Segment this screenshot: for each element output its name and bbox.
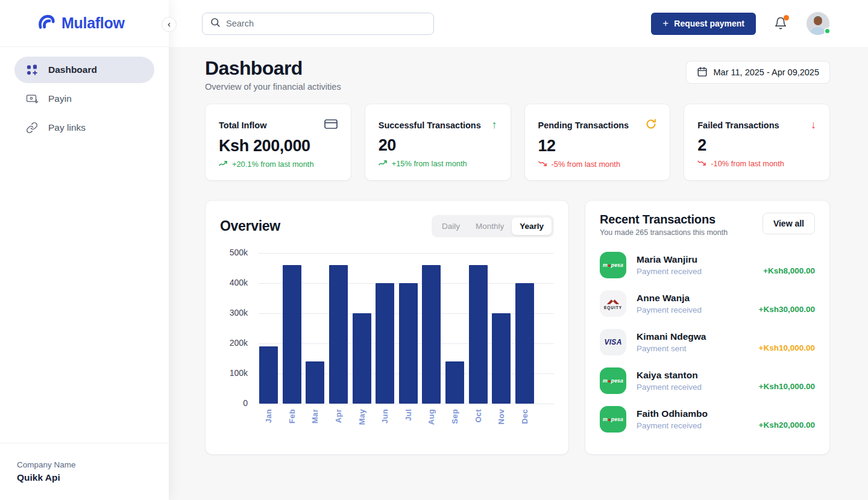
stats-row: Total Inflow Ksh 200,000 +20.1% from las…: [205, 104, 830, 181]
x-tick-label: Mar: [310, 409, 319, 423]
transaction-name: Kimani Ndegwa: [637, 331, 706, 342]
notifications-bell[interactable]: [774, 16, 788, 31]
date-range-text: Mar 11, 2025 - Apr 09,2025: [714, 67, 819, 77]
search-input[interactable]: [226, 19, 426, 28]
stat-value: 20: [379, 136, 497, 155]
credit-card-icon: [324, 119, 338, 132]
transaction-description: Payment received: [637, 383, 702, 392]
bar-mar: [306, 361, 324, 404]
sidebar-collapse-button[interactable]: ‹: [162, 17, 177, 32]
overview-title: Overview: [220, 218, 280, 234]
sidebar-item-pay-links[interactable]: Pay links: [14, 114, 154, 141]
bar-nov: [492, 313, 511, 404]
search-box[interactable]: [202, 13, 434, 35]
trend-down-icon: [538, 160, 547, 169]
mpesa-logo: mpesa: [600, 252, 626, 278]
arrow-up-icon: ↑: [492, 119, 497, 131]
lower-row: Overview DailyMonthlyYearly 500k400k300k…: [205, 200, 830, 455]
transaction-name: Faith Odhiambo: [637, 408, 708, 419]
y-tick-label: 200k: [230, 338, 248, 348]
bar-feb: [283, 265, 301, 404]
mulaflow-swirl-icon: [37, 13, 55, 34]
transaction-amount: +Ksh30,000.00: [759, 294, 815, 314]
stat-change-text: -10% from last month: [711, 159, 784, 168]
sidebar-item-label: Pay links: [48, 122, 86, 133]
transaction-description: Payment sent: [637, 344, 706, 353]
overview-card: Overview DailyMonthlyYearly 500k400k300k…: [205, 200, 569, 455]
calendar-icon: [697, 66, 708, 79]
x-tick-label: Aug: [427, 409, 436, 425]
stat-change-text: -5% from last month: [552, 160, 621, 169]
link-icon: [25, 122, 39, 134]
mpesa-logo: mpesa: [600, 367, 626, 394]
chart-plot-area: JanFebMarAprMayJunJulAugSepOctNovDec: [259, 253, 554, 437]
brand-name: Mulaflow: [61, 14, 125, 32]
date-range-picker[interactable]: Mar 11, 2025 - Apr 09,2025: [686, 61, 830, 84]
stat-change: +15% from last month: [379, 159, 497, 168]
transaction-row[interactable]: mpesa Kaiya stanton Payment received +Ks…: [600, 361, 815, 400]
trend-down-icon: [697, 159, 706, 168]
request-payment-button[interactable]: + Request payment: [651, 13, 756, 35]
plus-icon: +: [662, 17, 668, 30]
sidebar-item-dashboard[interactable]: Dashboard: [14, 57, 154, 83]
app-window: Mulaflow Dashboard Payin Pay links Compa…: [0, 0, 868, 500]
user-avatar[interactable]: [807, 12, 829, 35]
bar-column-sep: Sep: [445, 253, 464, 437]
stat-change-text: +20.1% from last month: [232, 160, 314, 169]
stat-card: Successful Transactions ↑ 20 +15% from l…: [365, 104, 511, 181]
tab-yearly[interactable]: Yearly: [512, 217, 552, 235]
request-payment-label: Request payment: [674, 19, 744, 28]
bar-column-jun: Jun: [376, 253, 394, 437]
x-tick-label: Oct: [474, 409, 483, 423]
transaction-description: Payment received: [637, 267, 702, 276]
bell-icon: [774, 22, 787, 32]
trend-up-icon: [379, 159, 388, 168]
content-header: Dashboard Overview of your financial act…: [205, 57, 830, 92]
transaction-row[interactable]: EQUITY Anne Wanja Payment received +Ksh3…: [600, 284, 815, 323]
transaction-row[interactable]: VISA Kimani Ndegwa Payment sent +Ksh10,0…: [600, 323, 815, 361]
main-area: + Request payment Dashboard Overview of …: [169, 0, 868, 500]
transaction-description: Payment received: [637, 421, 708, 430]
sidebar-footer: Company Name Quikk Api: [0, 443, 169, 500]
stat-value: 2: [697, 136, 816, 155]
x-tick-label: Sep: [450, 409, 459, 424]
stat-card: Failed Transactions ↓ 2 -10% from last m…: [684, 104, 830, 181]
company-name: Quikk Api: [17, 472, 152, 483]
stat-value: 12: [538, 137, 657, 155]
sidebar-item-payin[interactable]: Payin: [14, 86, 154, 112]
topbar: + Request payment: [169, 0, 868, 47]
stat-label: Pending Transactions: [538, 120, 629, 130]
overview-tab-group: DailyMonthlyYearly: [432, 215, 554, 237]
x-tick-label: Jan: [264, 409, 273, 423]
transaction-name: Maria Wanjiru: [637, 254, 702, 265]
sidebar-nav: Dashboard Payin Pay links: [0, 47, 169, 151]
bar-column-mar: Mar: [306, 253, 324, 437]
bar-column-may: May: [353, 253, 371, 437]
dashboard-grid-icon: [25, 64, 39, 76]
brand-logo: Mulaflow: [0, 0, 169, 47]
x-tick-label: Jun: [380, 409, 389, 423]
transaction-name: Anne Wanja: [637, 293, 702, 304]
tab-daily[interactable]: Daily: [434, 217, 468, 235]
bar-may: [353, 313, 371, 404]
bar-apr: [329, 265, 348, 404]
arrow-down-icon: ↓: [811, 119, 816, 131]
tab-monthly[interactable]: Monthly: [468, 217, 512, 235]
trend-up-icon: [219, 160, 228, 169]
equity-logo: EQUITY: [600, 290, 626, 317]
online-status-dot: [824, 28, 831, 34]
stat-label: Failed Transactions: [697, 120, 779, 130]
company-label: Company Name: [17, 460, 152, 469]
stat-change: -5% from last month: [538, 160, 657, 169]
sidebar-item-label: Dashboard: [48, 64, 97, 75]
transaction-row[interactable]: mpesa Maria Wanjiru Payment received +Ks…: [600, 246, 815, 284]
bar-column-apr: Apr: [329, 253, 348, 437]
transaction-amount: +Ksh8,000.00: [763, 255, 815, 275]
bar-aug: [422, 265, 441, 404]
transaction-amount: +Ksh10,000.00: [759, 371, 815, 391]
bar-column-jul: Jul: [399, 253, 418, 437]
chevron-left-icon: ‹: [168, 19, 171, 28]
sidebar: Mulaflow Dashboard Payin Pay links Compa…: [0, 0, 169, 500]
transaction-row[interactable]: mpesa Faith Odhiambo Payment received +K…: [600, 400, 815, 439]
view-all-button[interactable]: View all: [763, 213, 815, 234]
